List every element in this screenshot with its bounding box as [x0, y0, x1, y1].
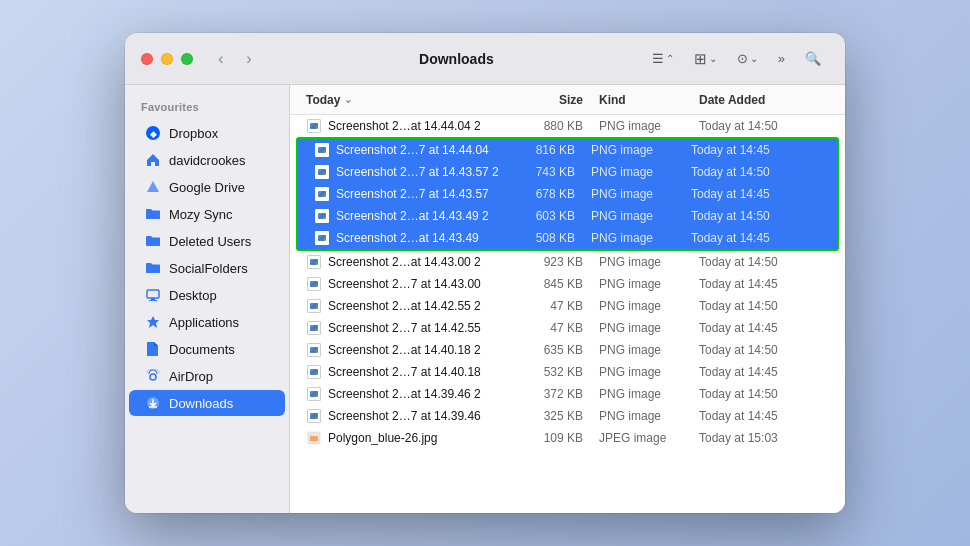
- file-size: 603 KB: [511, 209, 591, 223]
- file-icon: [306, 408, 322, 424]
- file-name: Screenshot 2…7 at 14.43.57: [336, 187, 511, 201]
- svg-point-5: [150, 374, 156, 380]
- sidebar-item-applications[interactable]: Applications: [129, 309, 285, 335]
- folder-social-icon: [145, 260, 161, 276]
- sidebar-label-applications: Applications: [169, 315, 239, 330]
- sidebar-toggle-button[interactable]: »: [770, 47, 793, 70]
- sidebar-item-davidcrookes[interactable]: davidcrookes: [129, 147, 285, 173]
- minimize-button[interactable]: [161, 53, 173, 65]
- file-size: 325 KB: [519, 409, 599, 423]
- file-icon: [306, 320, 322, 336]
- sidebar-label-airdrop: AirDrop: [169, 369, 213, 384]
- traffic-lights: [141, 53, 193, 65]
- sidebar: Favourites ◆ Dropbox davidcrookes Google…: [125, 85, 290, 513]
- sidebar-item-documents[interactable]: Documents: [129, 336, 285, 362]
- content-area: Favourites ◆ Dropbox davidcrookes Google…: [125, 85, 845, 513]
- sidebar-item-airdrop[interactable]: AirDrop: [129, 363, 285, 389]
- file-row[interactable]: Screenshot 2…at 14.43.49 2 603 KB PNG im…: [298, 205, 837, 227]
- file-area: Today ⌄ Size Kind Date Added Screenshot …: [290, 85, 845, 513]
- file-row[interactable]: Screenshot 2…7 at 14.44.04 816 KB PNG im…: [298, 139, 837, 161]
- folder-deleted-icon: [145, 233, 161, 249]
- file-row[interactable]: Screenshot 2…7 at 14.39.46 325 KB PNG im…: [290, 405, 845, 427]
- share-button[interactable]: ⊙ ⌄: [729, 47, 766, 70]
- file-name: Screenshot 2…7 at 14.40.18: [328, 365, 519, 379]
- file-date: Today at 14:45: [691, 187, 821, 201]
- file-row[interactable]: Screenshot 2…7 at 14.40.18 532 KB PNG im…: [290, 361, 845, 383]
- file-date: Today at 14:50: [691, 165, 821, 179]
- file-date: Today at 14:50: [699, 255, 829, 269]
- file-size: 678 KB: [511, 187, 591, 201]
- file-date: Today at 14:45: [691, 231, 821, 245]
- file-name: Screenshot 2…7 at 14.43.57 2: [336, 165, 511, 179]
- file-kind: PNG image: [599, 343, 699, 357]
- col-name-header[interactable]: Today ⌄: [306, 93, 519, 107]
- file-name: Screenshot 2…at 14.43.49 2: [336, 209, 511, 223]
- file-kind: JPEG image: [599, 431, 699, 445]
- forward-button[interactable]: ›: [237, 47, 261, 71]
- file-size: 47 KB: [519, 299, 599, 313]
- file-row[interactable]: Screenshot 2…7 at 14.43.57 678 KB PNG im…: [298, 183, 837, 205]
- sidebar-item-dropbox[interactable]: ◆ Dropbox: [129, 120, 285, 146]
- file-icon: [306, 386, 322, 402]
- grid-view-button[interactable]: ⊞ ⌄: [686, 46, 725, 72]
- maximize-button[interactable]: [181, 53, 193, 65]
- svg-rect-8: [310, 436, 318, 441]
- file-date: Today at 14:45: [699, 365, 829, 379]
- desktop-icon: [145, 287, 161, 303]
- file-size: 47 KB: [519, 321, 599, 335]
- file-size: 532 KB: [519, 365, 599, 379]
- file-date: Today at 14:45: [691, 143, 821, 157]
- file-row[interactable]: Screenshot 2…at 14.40.18 2 635 KB PNG im…: [290, 339, 845, 361]
- back-button[interactable]: ‹: [209, 47, 233, 71]
- search-button[interactable]: 🔍: [797, 47, 829, 70]
- svg-rect-2: [147, 290, 159, 298]
- file-kind: PNG image: [599, 255, 699, 269]
- sidebar-item-desktop[interactable]: Desktop: [129, 282, 285, 308]
- col-size-header: Size: [519, 93, 599, 107]
- file-size: 845 KB: [519, 277, 599, 291]
- file-kind: PNG image: [599, 321, 699, 335]
- sidebar-item-mozy-sync[interactable]: Mozy Sync: [129, 201, 285, 227]
- toolbar-right: ☰ ⌃ ⊞ ⌄ ⊙ ⌄ » 🔍: [644, 46, 829, 72]
- file-kind: PNG image: [591, 165, 691, 179]
- file-row[interactable]: Screenshot 2…at 14.42.55 2 47 KB PNG ima…: [290, 295, 845, 317]
- file-size: 816 KB: [511, 143, 591, 157]
- file-row[interactable]: Screenshot 2…at 14.44.04 2 880 KB PNG im…: [290, 115, 845, 137]
- titlebar: ‹ › Downloads ☰ ⌃ ⊞ ⌄ ⊙ ⌄ » 🔍: [125, 33, 845, 85]
- file-kind: PNG image: [599, 387, 699, 401]
- file-name: Screenshot 2…at 14.40.18 2: [328, 343, 519, 357]
- window-title: Downloads: [269, 51, 644, 67]
- file-row[interactable]: Screenshot 2…7 at 14.42.55 47 KB PNG ima…: [290, 317, 845, 339]
- sidebar-label-social-folders: SocialFolders: [169, 261, 248, 276]
- file-date: Today at 14:45: [699, 277, 829, 291]
- file-row[interactable]: Screenshot 2…7 at 14.43.57 2 743 KB PNG …: [298, 161, 837, 183]
- file-icon: [306, 364, 322, 380]
- sidebar-item-downloads[interactable]: Downloads: [129, 390, 285, 416]
- file-row[interactable]: Polygon_blue-26.jpg 109 KB JPEG image To…: [290, 427, 845, 449]
- file-row[interactable]: Screenshot 2…at 14.43.49 508 KB PNG imag…: [298, 227, 837, 249]
- file-kind: PNG image: [591, 143, 691, 157]
- file-row[interactable]: Screenshot 2…at 14.39.46 2 372 KB PNG im…: [290, 383, 845, 405]
- column-headers: Today ⌄ Size Kind Date Added: [290, 85, 845, 115]
- google-drive-icon: [145, 179, 161, 195]
- file-row[interactable]: Screenshot 2…at 14.43.00 2 923 KB PNG im…: [290, 251, 845, 273]
- sidebar-section-favourites: Favourites: [125, 97, 289, 119]
- folder-mozy-icon: [145, 206, 161, 222]
- search-icon: 🔍: [805, 51, 821, 66]
- selection-group: Screenshot 2…7 at 14.44.04 816 KB PNG im…: [296, 137, 839, 251]
- file-row[interactable]: Screenshot 2…7 at 14.43.00 845 KB PNG im…: [290, 273, 845, 295]
- file-size: 508 KB: [511, 231, 591, 245]
- sidebar-item-deleted-users[interactable]: Deleted Users: [129, 228, 285, 254]
- file-size: 880 KB: [519, 119, 599, 133]
- file-kind: PNG image: [599, 365, 699, 379]
- sidebar-item-google-drive[interactable]: Google Drive: [129, 174, 285, 200]
- airdrop-icon: [145, 368, 161, 384]
- file-icon: [314, 142, 330, 158]
- sidebar-item-social-folders[interactable]: SocialFolders: [129, 255, 285, 281]
- close-button[interactable]: [141, 53, 153, 65]
- applications-icon: [145, 314, 161, 330]
- file-kind: PNG image: [599, 119, 699, 133]
- file-icon: [314, 186, 330, 202]
- list-view-button[interactable]: ☰ ⌃: [644, 47, 682, 70]
- sidebar-label-deleted-users: Deleted Users: [169, 234, 251, 249]
